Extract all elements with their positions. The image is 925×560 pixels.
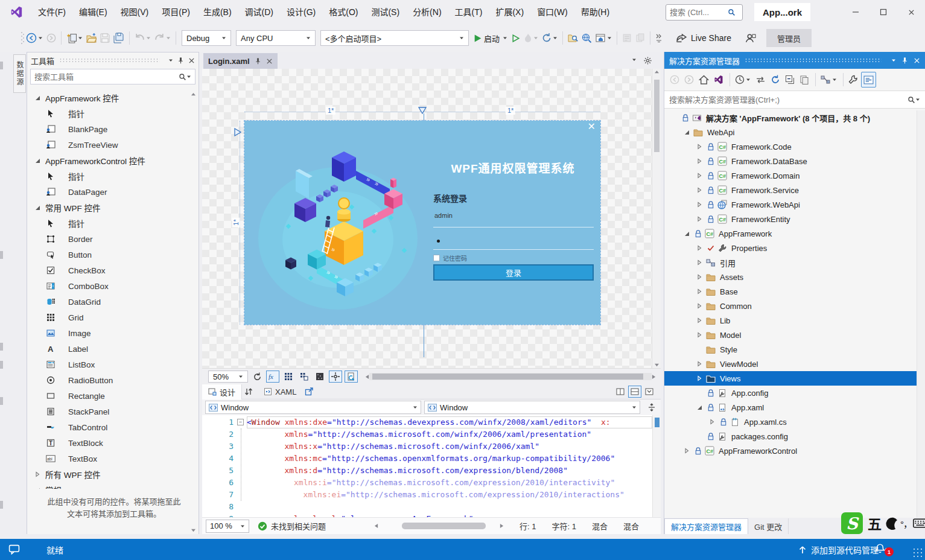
line-indicator[interactable]: 行: 1	[520, 520, 536, 532]
tab-design[interactable]: 设计	[202, 384, 242, 399]
expander-closed-icon[interactable]	[695, 317, 704, 323]
mode-indicator[interactable]: 混合	[592, 520, 608, 532]
search-web-button[interactable]	[580, 30, 594, 46]
tree-row[interactable]: App.xaml	[664, 400, 917, 415]
swap-panes-button[interactable]	[242, 386, 255, 398]
tree-row[interactable]: C#Framework.DataBase	[664, 154, 917, 168]
search-icon[interactable]	[728, 8, 736, 16]
toolbox-item[interactable]: Grid	[27, 310, 199, 325]
scroll-down-icon[interactable]	[191, 528, 196, 532]
tree-row[interactable]: Framework.WebApi	[664, 197, 917, 212]
grid-splitter-marker-icon[interactable]	[418, 107, 427, 114]
tab-list-icon[interactable]	[632, 57, 637, 62]
tree-row[interactable]: App.config	[664, 386, 917, 400]
quick-search[interactable]	[666, 4, 743, 21]
scrollbar-thumb[interactable]	[402, 523, 486, 529]
new-project-button[interactable]	[65, 30, 84, 46]
tree-row[interactable]: C#FrameworkEntity	[664, 212, 917, 226]
toolbox-item[interactable]: ListBox	[27, 357, 199, 372]
editor-vertical-scrollbar[interactable]	[652, 415, 661, 517]
scroll-right-icon[interactable]	[652, 374, 656, 380]
expander-closed-icon[interactable]	[695, 187, 704, 193]
toolbox-item[interactable]: 指针	[27, 215, 199, 231]
scroll-up-icon[interactable]	[654, 70, 660, 74]
breadcrumb-right-dropdown[interactable]: Window	[424, 401, 640, 414]
expander-closed-icon[interactable]	[695, 245, 704, 251]
gear-icon[interactable]	[643, 56, 652, 65]
refresh-designer-button[interactable]	[250, 371, 264, 383]
code-line[interactable]: xmlns:mc="http://schemas.openxmlformats.…	[247, 453, 652, 465]
save-all-button[interactable]	[112, 30, 126, 46]
browser-home-button[interactable]	[594, 30, 614, 46]
search-icon[interactable]	[179, 73, 186, 81]
menu-item[interactable]: 窗口(W)	[530, 0, 574, 24]
username-field[interactable]: admin	[434, 212, 453, 219]
toolbox-item[interactable]: TTextBlock	[27, 435, 199, 451]
toolbox-item[interactable]: 指针	[27, 168, 199, 184]
toolbox-item[interactable]: CheckBox	[27, 262, 199, 278]
solution-config-dropdown[interactable]: Debug	[182, 30, 231, 46]
code-line[interactable]: xmlns:ei="http://schemas.microsoft.com/e…	[247, 489, 652, 501]
column-indicator[interactable]: 字符: 1	[552, 520, 576, 532]
menu-item[interactable]: 生成(B)	[197, 0, 238, 24]
toolbox-section-header[interactable]: AppFrameworkControl 控件	[27, 153, 199, 168]
expander-closed-icon[interactable]	[695, 274, 704, 280]
navigate-forward-button[interactable]	[45, 30, 58, 46]
menu-item[interactable]: 帮助(H)	[574, 0, 616, 24]
link-related-button[interactable]	[819, 72, 839, 88]
toolbox-item[interactable]: BlankPage	[27, 121, 199, 137]
redo-button[interactable]	[153, 30, 173, 46]
tree-row[interactable]: packages.config	[664, 429, 917, 444]
ime-punctuation-indicator[interactable]: °，	[900, 517, 912, 530]
keyboard-icon[interactable]	[913, 518, 925, 528]
tab-solution-explorer[interactable]: 解决方案资源管理器	[664, 518, 748, 534]
toolbox-item[interactable]: Rectangle	[27, 388, 199, 404]
designer-vertical-scrollbar[interactable]	[652, 69, 661, 368]
expander-closed-icon[interactable]	[695, 361, 704, 367]
remember-checkbox[interactable]	[433, 255, 440, 261]
toolbox-item[interactable]: ALabel	[27, 341, 199, 357]
editor-zoom-dropdown[interactable]: 100 %	[206, 520, 249, 533]
toolbox-item[interactable]: Button	[27, 247, 199, 262]
toolbox-item[interactable]: DataGrid	[27, 294, 199, 310]
solution-explorer-header[interactable]: 解决方案资源管理器	[664, 52, 925, 69]
menu-item[interactable]: 工具(T)	[448, 0, 489, 24]
navigate-back-button[interactable]	[24, 30, 45, 46]
login-form[interactable]: WPF通用权限管理系统 系统登录 admin 记住密码 登录	[430, 121, 596, 325]
toolbox-section-header[interactable]: 常用 WPF 控件	[27, 200, 199, 215]
horizontal-split-button[interactable]	[628, 386, 641, 398]
toolbox-item[interactable]: ZsmTreeView	[27, 137, 199, 153]
save-button[interactable]	[98, 30, 112, 46]
tree-row[interactable]: WebApi	[664, 125, 917, 139]
expander-open-icon[interactable]	[695, 404, 704, 410]
background-toggle-button[interactable]	[313, 371, 326, 383]
pending-changes-filter-button[interactable]	[733, 72, 752, 88]
vertical-split-button[interactable]	[614, 386, 627, 398]
comment-button[interactable]	[634, 30, 647, 46]
toolbox-item[interactable]: RadioButton	[27, 372, 199, 388]
tree-row[interactable]: Style	[664, 342, 917, 357]
scroll-down-icon[interactable]	[654, 363, 660, 367]
startup-project-dropdown[interactable]: <多个启动项目>	[320, 30, 469, 46]
ime-logo[interactable]: S	[841, 512, 863, 534]
close-icon[interactable]	[266, 58, 273, 65]
menu-item[interactable]: 设计(G)	[280, 0, 322, 24]
toolbox-item[interactable]: ablTextBox	[27, 451, 199, 466]
scroll-left-icon[interactable]	[365, 374, 369, 380]
mode-indicator[interactable]: 混合	[623, 520, 639, 532]
expander-open-icon[interactable]	[682, 129, 691, 135]
tab-xaml[interactable]: XAML	[258, 384, 302, 399]
show-all-files-button[interactable]	[847, 72, 860, 88]
code-line[interactable]: xmlns:d="http://schemas.microsoft.com/ex…	[247, 465, 652, 477]
menu-item[interactable]: 格式(O)	[322, 0, 364, 24]
toolbox-item[interactable]: 指针	[27, 106, 199, 121]
tree-row[interactable]: Common	[664, 299, 917, 313]
solution-scrollbar[interactable]	[917, 110, 925, 518]
expander-closed-icon[interactable]	[695, 202, 704, 208]
toolbox-item[interactable]: Image	[27, 325, 199, 341]
live-share-button[interactable]: Live Share	[674, 30, 733, 46]
health-check-icon[interactable]	[258, 521, 267, 531]
close-icon[interactable]	[188, 57, 195, 64]
moon-icon[interactable]	[885, 516, 899, 530]
menu-item[interactable]: 项目(P)	[155, 0, 197, 24]
